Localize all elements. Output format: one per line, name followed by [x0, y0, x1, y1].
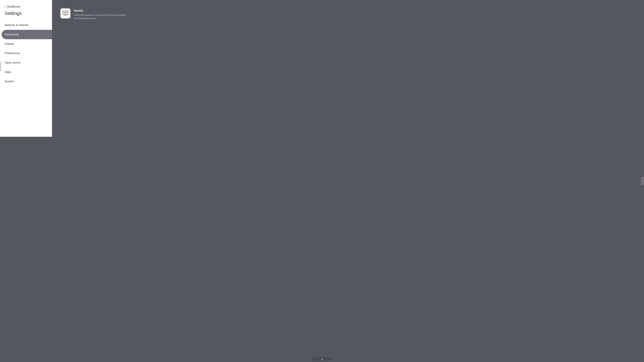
main-content: Samba Share files between Linux/Unix and… [52, 0, 244, 137]
sidebar-item-filesharing[interactable]: Filesharing [2, 30, 52, 39]
samba-desc-line2: Set SAMBA password. [74, 17, 96, 19]
samba-description: Share files between Linux/Unix and Windo… [74, 13, 126, 20]
sidebar-item-preferences[interactable]: Preferences [0, 49, 52, 58]
samba-icon [62, 10, 68, 16]
svg-rect-5 [66, 12, 66, 13]
back-label: ViewBoard [6, 5, 20, 8]
page-title: Settings [4, 11, 48, 16]
svg-rect-1 [63, 11, 68, 14]
sidebar-item-system[interactable]: System [0, 77, 52, 86]
sidebar: ‹ ViewBoard Settings › Network & Interne… [0, 0, 52, 137]
samba-icon-wrapper [60, 8, 70, 18]
samba-title: Samba [74, 9, 126, 12]
svg-rect-4 [64, 12, 65, 13]
samba-card[interactable]: Samba Share files between Linux/Unix and… [59, 7, 238, 22]
sidebar-item-display[interactable]: Display [0, 39, 52, 49]
sidebar-nav: Network & Internet Filesharing Display P… [0, 19, 52, 137]
sidebar-item-network[interactable]: Network & Internet [0, 20, 52, 30]
scroll-arrow-icon: › [0, 66, 1, 67]
sidebar-header: ‹ ViewBoard Settings [0, 0, 52, 19]
samba-desc-line1: Share files between Linux/Unix and Windo… [74, 14, 126, 16]
samba-info: Samba Share files between Linux/Unix and… [74, 8, 126, 20]
back-nav[interactable]: ‹ ViewBoard [4, 5, 48, 8]
sidebar-item-apps[interactable]: Apps [0, 67, 52, 77]
back-arrow-icon: ‹ [4, 5, 5, 8]
scroll-indicator[interactable]: › [0, 61, 1, 71]
sidebar-item-input-source[interactable]: Input source [0, 58, 52, 67]
